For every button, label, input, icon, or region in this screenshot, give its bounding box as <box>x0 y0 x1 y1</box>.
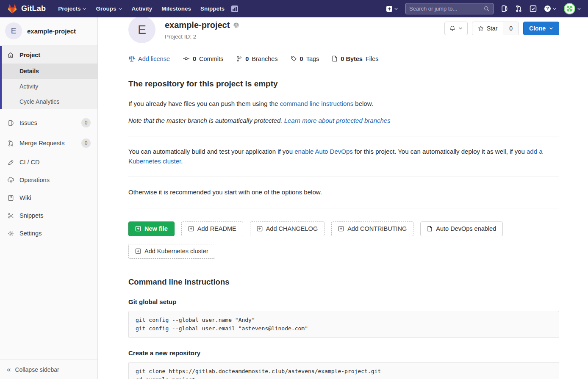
code-line: git clone https://gitlab.docteamdemosite… <box>136 367 552 376</box>
divider <box>128 208 559 208</box>
create-repository-heading: Create a new repository <box>128 349 559 357</box>
star-button[interactable]: Star <box>472 22 503 35</box>
issues-icon[interactable] <box>501 5 508 12</box>
sidebar-item-project[interactable]: Project <box>0 46 97 64</box>
scale-icon <box>128 55 135 62</box>
global-search <box>405 3 494 14</box>
collapse-sidebar-button[interactable]: « Collapse sidebar <box>0 360 97 379</box>
chart-icon[interactable] <box>231 5 239 13</box>
divider <box>128 177 559 177</box>
header-actions: Star 0 Clone <box>444 16 559 35</box>
git-global-setup-heading: Git global setup <box>128 298 559 305</box>
commits-stat[interactable]: 0 Commits <box>183 55 223 62</box>
chevron-down-icon <box>577 7 581 11</box>
merge-requests-icon[interactable] <box>515 5 522 12</box>
project-avatar-small: E <box>5 22 22 39</box>
protected-branches-link[interactable]: Learn more about protected branches <box>284 117 391 124</box>
navbar-right: ? <box>386 3 581 14</box>
book-icon <box>7 195 14 201</box>
project-id: Project ID: 2 <box>165 33 239 40</box>
star-count[interactable]: 0 <box>503 22 519 35</box>
plus-square-icon <box>257 226 263 232</box>
chevron-down-icon <box>458 26 463 30</box>
commit-icon <box>183 55 190 62</box>
branches-stat[interactable]: 0 Branches <box>236 55 277 62</box>
add-readme-button[interactable]: Add README <box>181 221 243 236</box>
sidebar-context-header[interactable]: E example-project <box>0 17 97 46</box>
gitlab-tanuki-icon <box>7 3 18 14</box>
file-icon <box>427 226 433 232</box>
chevron-down-icon <box>552 7 557 11</box>
add-contributing-button[interactable]: Add CONTRIBUTING <box>331 221 413 236</box>
quick-actions-row-2: Add Kubernetes cluster <box>128 244 559 259</box>
help-menu-button[interactable]: ? <box>544 5 557 12</box>
plus-square-icon <box>386 6 393 12</box>
new-file-button[interactable]: New file <box>128 221 175 236</box>
file-icon <box>332 55 338 62</box>
create-repository-code[interactable]: git clone https://gitlab.docteamdemosite… <box>128 362 559 379</box>
cloud-gear-icon <box>7 177 14 183</box>
branch-icon <box>236 55 242 62</box>
sidebar-section-project: Project Details Activity Cycle Analytics <box>0 46 97 109</box>
sidebar-item-merge-requests[interactable]: Merge Requests 0 <box>0 133 97 153</box>
sidebar-item-details[interactable]: Details <box>0 64 97 79</box>
new-menu-button[interactable] <box>386 6 398 12</box>
gitlab-logo-home[interactable]: GitLab <box>7 3 46 14</box>
nav-milestones[interactable]: Milestones <box>157 0 196 17</box>
plus-square-icon <box>135 248 141 254</box>
user-avatar <box>564 3 575 14</box>
plus-square-icon <box>135 226 141 232</box>
sidebar-item-operations[interactable]: Operations <box>0 171 97 189</box>
chevron-down-icon <box>549 26 553 30</box>
sidebar-item-wiki[interactable]: Wiki <box>0 189 97 207</box>
project-stats: Add license 0 Commits 0 Branches 0 Tags <box>128 55 559 62</box>
divider <box>128 136 559 136</box>
nav-activity[interactable]: Activity <box>127 0 157 17</box>
notification-settings-button[interactable] <box>444 22 468 35</box>
sidebar-item-issues[interactable]: Issues 0 <box>0 113 97 133</box>
nav-snippets[interactable]: Snippets <box>196 0 229 17</box>
add-license-link[interactable]: Add license <box>128 55 170 62</box>
todos-icon[interactable] <box>530 5 537 12</box>
plus-square-icon <box>338 226 344 232</box>
rocket-icon <box>7 159 14 166</box>
user-menu-button[interactable] <box>564 3 581 14</box>
code-line: git config --global user.name "Andy" <box>136 316 552 324</box>
sidebar-item-cycle-analytics[interactable]: Cycle Analytics <box>0 94 97 109</box>
add-kubernetes-cluster-button[interactable]: Add Kubernetes cluster <box>128 244 215 259</box>
enable-auto-devops-link[interactable]: enable Auto DevOps <box>294 148 353 155</box>
tags-stat[interactable]: 0 Tags <box>291 55 319 62</box>
project-avatar: E <box>128 16 155 43</box>
code-line: git config --global user.email "astevens… <box>136 324 552 333</box>
chevron-down-icon <box>118 7 122 11</box>
auto-devops-paragraph: You can automatically build and test you… <box>128 147 556 166</box>
git-global-setup-code[interactable]: git config --global user.name "Andy" git… <box>128 311 559 338</box>
top-navbar: GitLab Projects Groups Activity Mileston… <box>0 0 588 17</box>
sidebar-item-activity[interactable]: Activity <box>0 79 97 94</box>
star-button-group: Star 0 <box>472 22 519 35</box>
scissors-icon <box>7 213 14 219</box>
files-stat[interactable]: 0 Bytes Files <box>332 55 378 62</box>
merge-requests-count-badge: 0 <box>81 138 91 148</box>
search-input[interactable] <box>409 6 484 12</box>
sidebar-item-ci-cd[interactable]: CI / CD <box>0 153 97 171</box>
quick-actions-row-1: New file Add README Add CHANGELOG Add CO… <box>128 221 559 236</box>
add-changelog-button[interactable]: Add CHANGELOG <box>250 221 325 236</box>
clone-button[interactable]: Clone <box>523 22 559 35</box>
chevron-down-icon <box>82 7 86 11</box>
nav-projects[interactable]: Projects <box>53 0 91 17</box>
empty-repo-heading: The repository for this project is empty <box>128 79 559 89</box>
nav-groups[interactable]: Groups <box>91 0 127 17</box>
issues-count-badge: 0 <box>81 118 91 127</box>
merge-requests-icon <box>7 140 14 147</box>
code-line: cd example-project <box>136 376 552 379</box>
sidebar-item-settings[interactable]: Settings <box>0 224 97 242</box>
issues-icon <box>7 120 14 126</box>
sidebar-project-name: example-project <box>27 28 76 35</box>
auto-devops-enabled-button[interactable]: Auto DevOps enabled <box>420 221 503 236</box>
command-line-instructions-link[interactable]: command line instructions <box>280 100 353 107</box>
help-icon: ? <box>544 5 551 12</box>
sidebar-nav: Project Details Activity Cycle Analytics… <box>0 46 97 360</box>
sidebar-item-snippets[interactable]: Snippets <box>0 207 97 224</box>
globe-public-icon <box>233 22 239 28</box>
